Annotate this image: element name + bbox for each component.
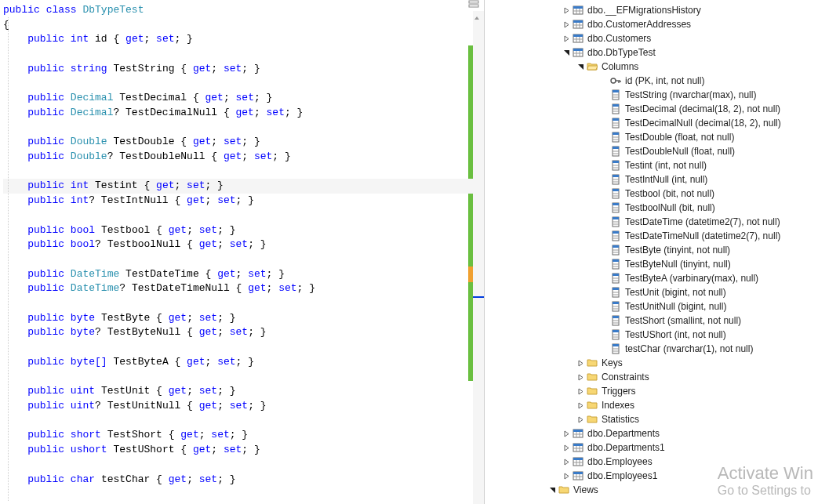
code-line[interactable]: public int? TestIntNull { get; set; }: [3, 194, 484, 208]
expand-icon[interactable]: [562, 471, 571, 480]
code-line[interactable]: public Decimal? TestDecimalNull { get; s…: [3, 106, 484, 121]
tree-row[interactable]: TestByteNull (tinyint, null): [485, 257, 818, 271]
code-line[interactable]: [3, 47, 484, 62]
tree-row[interactable]: dbo.Employees1: [485, 469, 818, 483]
tree-row[interactable]: testChar (nvarchar(1), not null): [485, 342, 818, 356]
tree-row[interactable]: TestByteA (varbinary(max), null): [485, 271, 818, 285]
code-line[interactable]: public Decimal TestDecimal { get; set; }: [3, 91, 484, 106]
svg-rect-103: [573, 430, 583, 432]
expand-icon: [599, 217, 609, 227]
tree-row[interactable]: TestboolNull (bit, null): [485, 201, 818, 215]
code-line[interactable]: [3, 252, 484, 267]
expand-icon[interactable]: [562, 5, 571, 15]
tree-row[interactable]: TestByte (tinyint, not null): [485, 243, 818, 257]
expand-icon[interactable]: [576, 372, 585, 382]
tree-row[interactable]: TestDecimal (decimal(18, 2), not null): [485, 102, 818, 116]
collapse-icon[interactable]: [547, 485, 557, 495]
code-line[interactable]: public DateTime? TestDateTimeNull { get;…: [3, 281, 484, 296]
collapse-icon[interactable]: [562, 48, 571, 57]
code-line[interactable]: public int Testint { get; set; }: [3, 179, 484, 194]
tree-row[interactable]: TestDouble (float, not null): [485, 130, 818, 144]
expand-icon[interactable]: [576, 401, 585, 410]
tree-row[interactable]: Constraints: [485, 370, 818, 384]
expand-icon[interactable]: [576, 358, 585, 368]
code-line[interactable]: [3, 414, 484, 429]
tree-row[interactable]: id (PK, int, not null): [485, 74, 818, 88]
object-explorer[interactable]: dbo.__EFMigrationsHistorydbo.CustomerAdd…: [485, 0, 818, 504]
code-line[interactable]: [3, 458, 484, 473]
tree-row[interactable]: TestString (nvarchar(max), null): [485, 88, 818, 102]
svg-rect-79: [613, 274, 619, 276]
tree-row[interactable]: dbo.Departments1: [485, 441, 818, 455]
collapse-icon[interactable]: [576, 62, 585, 71]
tree-row[interactable]: Triggers: [485, 384, 818, 398]
code-line[interactable]: public string TestString { get; set; }: [3, 62, 484, 77]
code-line[interactable]: public ushort TestUShort { get; set; }: [3, 443, 484, 458]
tree-label: Triggers: [602, 386, 636, 397]
tree-row[interactable]: Testint (int, not null): [485, 158, 818, 172]
svg-rect-71: [613, 245, 619, 248]
folder-icon: [586, 399, 598, 412]
code-line[interactable]: [3, 208, 484, 223]
code-line[interactable]: public bool Testbool { get; set; }: [3, 223, 484, 238]
tree-row[interactable]: Views: [485, 483, 818, 497]
tree-label: TestDateTime (datetime2(7), not null): [625, 216, 780, 227]
code-line[interactable]: [3, 370, 484, 385]
code-line[interactable]: public Double TestDouble { get; set; }: [3, 135, 484, 150]
tree-row[interactable]: TestUnit (bigint, not null): [485, 285, 818, 299]
tree-row[interactable]: Keys: [485, 356, 818, 370]
code-line[interactable]: public byte[] TestByteA { get; set; }: [3, 355, 484, 370]
code-line[interactable]: public byte? TestByteNull { get; set; }: [3, 325, 484, 340]
tree-label: TestUShort (int, not null): [625, 329, 726, 340]
tree-row[interactable]: Testbool (bit, not null): [485, 187, 818, 201]
code-line[interactable]: public char testChar { get; set; }: [3, 473, 484, 488]
tree-row[interactable]: dbo.Customers: [485, 31, 818, 45]
code-editor[interactable]: public class DbTypeTest{ public int id {…: [0, 0, 485, 504]
tree-row[interactable]: TestUnitNull (bigint, null): [485, 299, 818, 314]
tree-row[interactable]: TestUShort (int, not null): [485, 328, 818, 342]
svg-rect-43: [613, 147, 619, 149]
code-line[interactable]: public class DbTypeTest: [3, 3, 484, 18]
code-line[interactable]: [3, 296, 484, 311]
expand-icon[interactable]: [576, 386, 585, 396]
tree-row[interactable]: TestIntNull (int, null): [485, 172, 818, 187]
expand-icon[interactable]: [562, 457, 571, 466]
code-line[interactable]: public int id { get; set; }: [3, 32, 484, 47]
tree-row[interactable]: TestDateTimeNull (datetime2(7), null): [485, 229, 818, 243]
tree-row[interactable]: dbo.Departments: [485, 426, 818, 441]
svg-rect-99: [613, 344, 619, 346]
tree-row[interactable]: dbo.CustomerAddresses: [485, 17, 818, 31]
tree-label: TestDecimal (decimal(18, 2), not null): [625, 103, 780, 114]
tree-row[interactable]: Statistics: [485, 412, 818, 426]
code-line[interactable]: [3, 165, 484, 179]
tree-row[interactable]: dbo.Employees: [485, 455, 818, 469]
expand-icon[interactable]: [562, 429, 571, 438]
expand-icon[interactable]: [562, 20, 571, 29]
expand-icon[interactable]: [576, 415, 585, 424]
column-icon: [609, 286, 622, 299]
tree-row[interactable]: TestDoubleNull (float, null): [485, 144, 818, 158]
code-line[interactable]: [3, 121, 484, 136]
tree-label: dbo.__EFMigrationsHistory: [587, 5, 701, 16]
code-line[interactable]: public short TestShort { get; set; }: [3, 428, 484, 443]
table-icon: [572, 427, 584, 440]
svg-rect-27: [613, 90, 619, 92]
tree-row[interactable]: TestDecimalNull (decimal(18, 2), null): [485, 116, 818, 130]
tree-row[interactable]: dbo.__EFMigrationsHistory: [485, 3, 818, 17]
tree-row[interactable]: TestDateTime (datetime2(7), not null): [485, 215, 818, 229]
code-line[interactable]: [3, 340, 484, 355]
tree-row[interactable]: TestShort (smallint, not null): [485, 314, 818, 328]
code-line[interactable]: {: [3, 18, 484, 33]
code-line[interactable]: [3, 77, 484, 92]
tree-row[interactable]: Columns: [485, 60, 818, 74]
tree-row[interactable]: Indexes: [485, 398, 818, 412]
code-line[interactable]: public DateTime TestDateTime { get; set;…: [3, 267, 484, 282]
code-line[interactable]: public uint? TestUnitNull { get; set; }: [3, 399, 484, 414]
code-line[interactable]: public byte TestByte { get; set; }: [3, 311, 484, 326]
code-line[interactable]: public Double? TestDoubleNull { get; set…: [3, 150, 484, 165]
code-line[interactable]: public uint TestUnit { get; set; }: [3, 384, 484, 399]
expand-icon[interactable]: [562, 34, 571, 43]
code-line[interactable]: public bool? TestboolNull { get; set; }: [3, 237, 484, 252]
tree-row[interactable]: dbo.DbTypeTest: [485, 45, 818, 60]
expand-icon[interactable]: [562, 443, 571, 452]
